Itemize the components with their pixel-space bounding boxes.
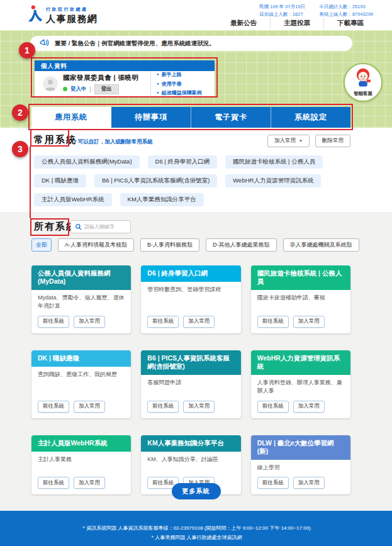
favorite-chip[interactable]: B6 | PICS人事資訊系統客服網(含掛號室)	[94, 174, 217, 187]
system-card: 主計人員版WebHR系統 主計人事業務 前往系統 加入常用	[31, 435, 131, 494]
add-favorite-button[interactable]: 加入常用	[293, 401, 325, 413]
favorites-title: 常用系統	[34, 134, 77, 146]
system-card: D6 | 終身學習入口網 學習時數查詢、登錄學習課程 前往系統 加入常用	[141, 265, 240, 333]
status-divider: |	[90, 86, 91, 92]
logout-button[interactable]: 登出	[94, 84, 119, 94]
annotation-circle-3: 3	[12, 141, 28, 157]
card-title: B6 | PICS人事資訊系統客服網(含掛號室)	[141, 350, 240, 375]
add-favorite-button[interactable]: 加入常用	[74, 401, 105, 413]
profile-link-manual[interactable]: 使用手冊	[157, 81, 215, 87]
favorite-chip[interactable]: 主計人員版WebHR系統	[34, 193, 112, 206]
remove-favorite-button[interactable]: 刪除常用	[315, 135, 350, 147]
category-filters: 全部 A-人事資料填報及考核類 B-人事資料服務類 D-其他人事總處業務類 非人…	[31, 238, 359, 252]
announcement-bar[interactable]: 重要 / 緊急公告｜例官網維運暫停使用、應用系統維運狀況。	[30, 36, 352, 51]
go-system-button[interactable]: 前往系統	[38, 401, 69, 413]
system-card: 國民旅遊卡檢核系統 | 公務人員 國旅卡旅遊補助申請、審核 前往系統 加入常用	[251, 265, 350, 333]
card-desc: Mydata、獎勵令、個人履歷、退休年資計算	[38, 294, 125, 311]
card-title: 公務人員個人資料服務網(MyData)	[31, 265, 131, 290]
header-nav: 最新公告 主題投票 下載專區	[217, 18, 377, 29]
favorite-chip[interactable]: WebHR人力資源管理資訊系統	[225, 174, 321, 187]
add-favorite-button[interactable]: 加入常用	[183, 401, 215, 413]
filter-all[interactable]: 全部	[31, 238, 52, 252]
assistant-avatar-icon	[352, 67, 374, 92]
card-desc: 主計人事業務	[38, 455, 125, 464]
announcement-text: 重要 / 緊急公告｜例官網維運暫停使用、應用系統維運狀況。	[55, 40, 215, 48]
tab-todos[interactable]: 待辦事項	[111, 107, 191, 128]
footer: ＊資訊系統問題 人事資訊系統客服專線：02-23979108 (開放時間：上午 …	[0, 511, 392, 546]
filter-category-b[interactable]: B-人事資料服務類	[140, 238, 199, 252]
favorite-chip[interactable]: 國民旅遊卡檢核系統 | 公務人員	[225, 155, 323, 169]
favorite-chip[interactable]: 公務人員個人資料服務網(MyData)	[34, 155, 140, 169]
avatar	[43, 76, 58, 91]
card-desc: 客服問題申請	[147, 379, 234, 387]
go-system-button[interactable]: 前往系統	[257, 401, 289, 413]
system-card: B6 | PICS人事資訊系統客服網(含掛號室) 客服問題申請 前往系統 加入常…	[141, 350, 240, 418]
nav-item-polls[interactable]: 主題投票	[270, 18, 323, 29]
caret-down-icon: ▼	[299, 139, 303, 143]
profile-link-getting-started[interactable]: 新手上路	[157, 71, 215, 78]
login-status: 登入中	[70, 86, 87, 93]
search-box	[70, 220, 131, 233]
hero-band: 重要 / 緊急公告｜例官網維運暫停使用、應用系統維運狀況。 個人資料 國家發展委…	[0, 30, 392, 128]
add-favorite-button[interactable]: 加入常用	[293, 477, 325, 489]
add-favorite-dropdown-button[interactable]: 加入常用 ▼	[267, 135, 310, 147]
go-system-button[interactable]: 前往系統	[257, 316, 289, 328]
tab-applications[interactable]: 應用系統	[31, 107, 111, 128]
profile-link-rights-cases[interactable]: 組改權益保障案例	[157, 89, 215, 96]
system-card: DLW | 臺北e大數位學習網 (新) 線上學習 前往系統 加入常用	[251, 435, 350, 494]
annotation-circle-1: 1	[19, 42, 35, 58]
all-systems-section: 所有系統 全部 A-人事資料填報及考核類 B-人事資料服務類 D-其他人事總處業…	[0, 212, 392, 511]
card-title: 國民旅遊卡檢核系統 | 公務人員	[251, 265, 350, 290]
megaphone-icon	[40, 39, 49, 48]
card-title: DLW | 臺北e大數位學習網 (新)	[251, 435, 350, 460]
favorite-chip[interactable]: KM人事業務知識分享平台	[120, 193, 204, 206]
search-icon	[75, 221, 82, 233]
go-system-button[interactable]: 前往系統	[38, 477, 69, 489]
add-favorite-button[interactable]: 加入常用	[293, 316, 325, 328]
stat-online-now: 目前線上人數：1827	[259, 11, 305, 18]
add-favorite-button[interactable]: 加入常用	[74, 316, 105, 328]
page: 行政院行政總處 人事服務網 民國 109 年 07月15日 目前線上人數：182…	[0, 0, 392, 546]
system-card: WebHR人力資源管理資訊系統 人事資料登錄、辦理人事業務、兼辦人事 前往系統 …	[251, 350, 350, 418]
footer-line1: ＊資訊系統問題 人事資訊系統客服專線：02-23979108 (開放時間：上午 …	[0, 523, 392, 533]
system-cards-grid: 公務人員個人資料服務網(MyData) Mydata、獎勵令、個人履歷、退休年資…	[31, 265, 350, 494]
profile-card: 個人資料 國家發展委員會 | 張曉明 登入中	[35, 60, 215, 96]
card-title: D6 | 終身學習入口網	[141, 265, 240, 282]
status-dot-icon	[63, 87, 67, 91]
logo[interactable]: 行政院行政總處 人事服務網	[28, 5, 98, 25]
card-title: KM人事業務知識分享平台	[141, 435, 240, 452]
card-desc: 學習時數查詢、登錄學習課程	[147, 286, 234, 294]
stat-cumulative: 累積上線人數：87943299	[319, 11, 373, 18]
card-desc: 查詢職缺、應徵工作、我的簡歷	[38, 370, 125, 379]
card-desc: 線上學習	[257, 464, 344, 472]
search-input[interactable]	[84, 224, 126, 230]
go-system-button[interactable]: 前往系統	[147, 316, 179, 328]
logo-person-icon	[28, 5, 42, 25]
favorite-chips: 公務人員個人資料服務網(MyData) D6 | 終身學習入口網 國民旅遊卡檢核…	[34, 155, 323, 206]
system-card: DK | 職缺應徵 查詢職缺、應徵工作、我的簡歷 前往系統 加入常用	[31, 350, 131, 418]
favorites-section: 常用系統 * 可以自訂，加入或刪除常用系統 加入常用 ▼ 刪除常用 公務人員個人…	[0, 128, 392, 212]
main-tabs: 應用系統 待辦事項 電子賀卡 系統設定	[31, 107, 350, 128]
favorite-chip[interactable]: DK | 職缺應徵	[34, 174, 86, 187]
visitor-stats: 民國 109 年 07月15日 目前線上人數：1827 今日總計人數：25193…	[259, 3, 373, 18]
favorites-note: * 可以自訂，加入或刪除常用系統	[74, 138, 153, 146]
favorite-chip[interactable]: D6 | 終身學習入口網	[148, 155, 217, 169]
more-systems-button[interactable]: 更多系統	[172, 483, 221, 499]
go-system-button[interactable]: 前往系統	[38, 316, 69, 328]
agency-label: 行政院行政總處	[46, 6, 98, 13]
card-desc: 國旅卡旅遊補助申請、審核	[257, 294, 344, 303]
filter-category-d[interactable]: D-其他人事總處業務類	[206, 238, 277, 252]
card-title: WebHR人力資源管理資訊系統	[251, 350, 350, 375]
add-favorite-button[interactable]: 加入常用	[74, 477, 105, 489]
add-favorite-button[interactable]: 加入常用	[183, 316, 215, 328]
tab-settings[interactable]: 系統設定	[271, 107, 350, 128]
tab-ecards[interactable]: 電子賀卡	[191, 107, 271, 128]
nav-item-downloads[interactable]: 下載專區	[323, 18, 377, 29]
card-desc: KM、人事知識分享、討論區	[147, 455, 234, 464]
go-system-button[interactable]: 前往系統	[257, 477, 289, 489]
assistant-badge[interactable]: 智能客服	[344, 63, 383, 102]
nav-item-announcements[interactable]: 最新公告	[217, 18, 270, 29]
filter-category-a[interactable]: A-人事資料填報及考核類	[58, 238, 134, 252]
go-system-button[interactable]: 前往系統	[147, 401, 179, 413]
filter-category-other[interactable]: 非人事總處機關及系統類	[283, 238, 359, 252]
